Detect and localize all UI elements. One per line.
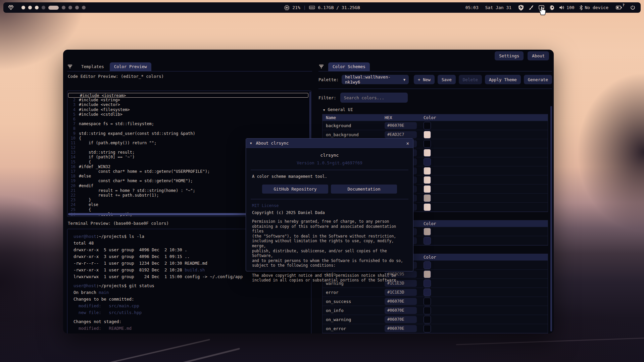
hex-input[interactable]: #EAD2C7	[385, 131, 417, 138]
color-row: on_info#06070E	[323, 306, 548, 315]
volume-icon[interactable]	[559, 5, 564, 10]
terminal-preview-title: Terminal Preview: (base00-base0F colors)	[68, 221, 169, 226]
hex-input[interactable]: #06070E	[385, 316, 417, 323]
dialog-titlebar[interactable]: ▼ About clrsync ✕	[246, 139, 413, 148]
delete-button[interactable]: Delete	[459, 75, 482, 84]
license-text: Permission is hereby granted, free of ch…	[252, 219, 407, 283]
code-token: {	[79, 160, 91, 164]
terminal-blank-line	[73, 332, 311, 333]
section-title[interactable]: ▼General UI	[323, 107, 548, 113]
terminal-token: user@host	[73, 283, 96, 288]
hex-input[interactable]: #06070E	[385, 122, 417, 129]
tab-color-preview[interactable]: Color Preview	[110, 62, 151, 71]
color-list-scrollbar[interactable]	[550, 106, 552, 331]
brush-icon[interactable]	[529, 5, 534, 10]
terminal-token: user@host	[73, 234, 96, 239]
line-number: 18	[67, 174, 79, 178]
color-cell	[424, 289, 548, 296]
screenshare-icon[interactable]	[539, 5, 544, 10]
documentation-button[interactable]: Documentation	[331, 185, 397, 194]
close-icon[interactable]: ✕	[406, 141, 409, 146]
search-colors-input[interactable]	[340, 93, 408, 103]
code-token: else	[79, 202, 98, 207]
save-button[interactable]: Save	[438, 75, 456, 84]
tab-templates[interactable]: Templates	[77, 62, 108, 71]
color-swatch[interactable]	[424, 185, 431, 193]
line-number: 6	[67, 117, 79, 121]
workspace-dot[interactable]	[21, 6, 25, 9]
settings-button[interactable]: Settings	[495, 51, 524, 60]
workspace-dot[interactable]	[28, 6, 32, 9]
hex-input[interactable]: #06070E	[385, 325, 417, 332]
workspace-dot[interactable]	[35, 6, 39, 9]
color-swatch[interactable]	[424, 261, 431, 269]
color-swatch[interactable]	[424, 158, 431, 166]
code-token: if (path[	[79, 155, 110, 159]
code-token: "USERPROFILE"	[174, 169, 205, 174]
color-swatch[interactable]	[424, 289, 431, 296]
workspace-dot[interactable]	[62, 6, 65, 9]
color-swatch[interactable]	[424, 140, 431, 148]
color-swatch[interactable]	[424, 237, 431, 245]
ram-icon	[309, 5, 315, 10]
generate-button[interactable]: Generate	[524, 75, 552, 84]
palette-value: hellwal:wallhaven-nk1wy6	[345, 74, 401, 85]
apply-theme-button[interactable]: Apply Theme	[485, 75, 521, 84]
color-swatch[interactable]	[424, 176, 431, 184]
workspace-dot[interactable]	[42, 6, 45, 9]
shield-icon[interactable]	[518, 5, 524, 11]
workspace-pill[interactable]	[48, 6, 59, 10]
power-icon[interactable]	[630, 5, 635, 10]
hex-input[interactable]: #06070E	[385, 307, 417, 314]
collapse-triangle-icon[interactable]: ▼	[250, 142, 252, 145]
terminal-token: -rwxr-xr-x 1 user group 8192 Dec 2 10:28	[73, 267, 185, 272]
launcher-gem-icon[interactable]	[8, 5, 14, 10]
code-token: )	[132, 155, 135, 159]
bluetooth-icon[interactable]	[579, 5, 583, 10]
line-number: 5	[67, 112, 79, 117]
color-swatch[interactable]	[424, 298, 431, 305]
code-line: 8	[67, 126, 311, 131]
color-cell	[424, 149, 548, 157]
hex-input[interactable]: #1C1E3D	[385, 289, 417, 296]
system-stats: 21% | 6.17GB / 31.25GB	[284, 2, 360, 13]
palette-dropdown[interactable]: hellwal:wallhaven-nk1wy6 ▼	[342, 75, 409, 84]
new-button[interactable]: + New	[414, 75, 435, 84]
color-swatch[interactable]	[424, 325, 431, 332]
filter-label: Filter:	[318, 95, 336, 100]
color-swatch[interactable]	[424, 149, 431, 157]
top-bar: 21% | 6.17GB / 31.25GB 05:03 Sat Jan 31 …	[3, 2, 641, 13]
color-cell	[424, 307, 548, 314]
color-swatch[interactable]	[424, 228, 431, 236]
terminal-line: Changes not staged:	[73, 318, 311, 325]
night-light-icon[interactable]	[549, 5, 554, 10]
tab-color-schemes[interactable]: Color Schemes	[328, 62, 370, 71]
battery-unknown-icon[interactable]: ?	[616, 5, 622, 10]
color-swatch[interactable]	[424, 122, 431, 130]
color-row: on_error#06070E	[323, 324, 548, 333]
color-swatch[interactable]	[424, 316, 431, 323]
color-swatch[interactable]	[424, 194, 431, 202]
line-number: 19	[67, 178, 79, 183]
color-swatch[interactable]	[424, 203, 431, 211]
color-swatch[interactable]	[424, 270, 431, 278]
workspace-dot[interactable]	[68, 6, 72, 9]
code-token: #include <iostream>	[80, 93, 126, 97]
color-cell	[424, 167, 548, 175]
workspace-dot[interactable]	[75, 6, 79, 9]
hex-input[interactable]: #06070E	[385, 298, 417, 305]
color-row: on_warning#06070E	[323, 315, 548, 324]
terminal-token: On branch	[73, 290, 99, 295]
color-swatch[interactable]	[424, 131, 431, 139]
workspace-dot[interactable]	[82, 6, 86, 9]
collapse-triangle-icon: ▼	[323, 108, 325, 112]
code-token: '~'	[125, 155, 132, 159]
color-swatch[interactable]	[424, 167, 431, 175]
column-header-color: Color	[424, 115, 548, 120]
color-swatch[interactable]	[424, 279, 431, 287]
line-number: 23	[67, 198, 79, 202]
github-repository-button[interactable]: GitHub Repository	[262, 185, 328, 194]
terminal-token: new file: src/utils.hpp	[73, 310, 142, 315]
about-button[interactable]: About	[528, 51, 549, 60]
color-swatch[interactable]	[424, 307, 431, 314]
